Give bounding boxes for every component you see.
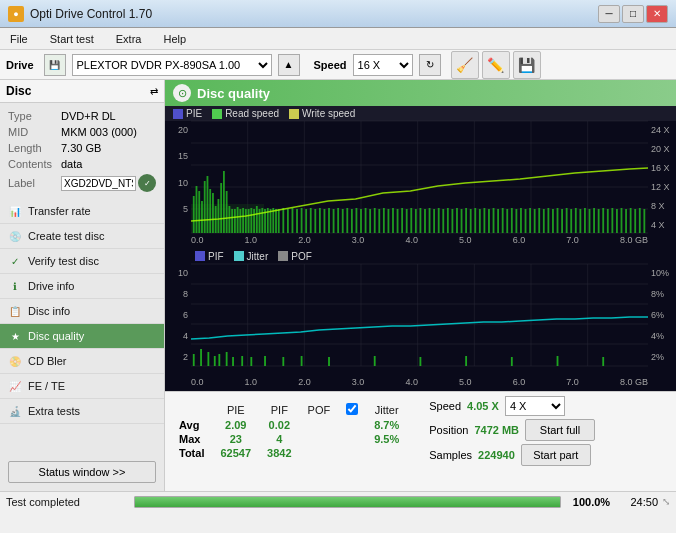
chart2-yr-4: 4% [648,331,676,341]
chart1-yr-24: 24 X [648,125,676,135]
disc-toggle-icon[interactable]: ⇄ [150,86,158,97]
svg-rect-112 [584,208,586,233]
chart1-legend: PIE Read speed Write speed [165,106,676,121]
chart2-x-3: 3.0 [352,377,365,387]
label-edit-button[interactable]: ✓ [138,174,156,192]
disc-quality-icon-header: ⊙ [173,84,191,102]
svg-rect-67 [378,209,380,233]
svg-rect-139 [193,354,195,366]
max-label: Max [171,432,212,446]
jitter-checkbox[interactable] [346,403,358,415]
erase-icon[interactable]: 🧹 [451,51,479,79]
chart1-x-7: 7.0 [566,235,579,245]
svg-rect-140 [200,349,202,366]
sidebar-item-transfer-rate[interactable]: 📊 Transfer rate [0,199,164,224]
stats-main-row: PIE PIF POF Jitter Avg 2.09 [171,396,670,466]
fe-te-icon: 📈 [8,379,22,393]
svg-rect-157 [602,357,604,366]
speed-select[interactable]: 16 X [353,54,413,76]
max-jitter: 9.5% [366,432,407,446]
transfer-rate-label: Transfer rate [28,205,91,217]
sidebar-item-fe-te[interactable]: 📈 FE / TE [0,374,164,399]
chart2-x-4: 4.0 [405,377,418,387]
speed-display-row: Speed 4.05 X 4 X 8 X 16 X [429,396,595,416]
menu-help[interactable]: Help [157,31,192,47]
svg-rect-59 [342,209,344,233]
chart1-y-5: 5 [165,204,191,214]
label-label: Label [8,173,59,193]
disc-info-panel: Type DVD+R DL MID MKM 003 (000) Length 7… [0,103,164,199]
chart1-x-axis: 0.0 1.0 2.0 3.0 4.0 5.0 6.0 7.0 8.0 GB [191,231,648,249]
avg-pof [300,418,339,432]
svg-rect-38 [259,209,261,233]
start-part-button[interactable]: Start part [521,444,591,466]
minimize-button[interactable]: ─ [598,5,620,23]
svg-rect-42 [270,209,272,233]
sidebar-item-disc-quality[interactable]: ★ Disc quality [0,324,164,349]
menu-extra[interactable]: Extra [110,31,148,47]
svg-rect-104 [547,208,549,233]
speed-label: Speed [429,400,461,412]
svg-rect-55 [324,209,326,233]
svg-rect-106 [557,208,559,233]
svg-rect-155 [511,357,513,366]
svg-rect-97 [515,209,517,233]
chart2-y-4: 4 [165,331,191,341]
total-jitter [366,446,407,460]
close-button[interactable]: ✕ [646,5,668,23]
sidebar-item-disc-info[interactable]: 📋 Disc info [0,299,164,324]
svg-rect-15 [196,186,198,233]
samples-row: Samples 224940 Start part [429,444,595,466]
svg-rect-68 [383,208,385,233]
sidebar-item-drive-info[interactable]: ℹ Drive info [0,274,164,299]
sidebar-item-extra-tests[interactable]: 🔬 Extra tests [0,399,164,424]
svg-rect-101 [534,209,536,233]
svg-rect-73 [406,209,408,233]
read-speed-legend-dot [212,109,222,119]
svg-rect-39 [261,208,263,233]
sidebar-item-create-test-disc[interactable]: 💿 Create test disc [0,224,164,249]
svg-rect-35 [250,208,252,233]
chart1-yr-8: 8 X [648,201,676,211]
start-full-button[interactable]: Start full [525,419,595,441]
svg-rect-108 [566,208,568,233]
svg-rect-118 [611,208,613,233]
menu-start-test[interactable]: Start test [44,31,100,47]
total-pof [300,446,339,460]
svg-rect-66 [374,208,376,233]
svg-rect-107 [561,209,563,233]
svg-rect-77 [424,209,426,233]
chart1-x-4: 4.0 [405,235,418,245]
save-icon[interactable]: 💾 [513,51,541,79]
chart1-x-8: 8.0 GB [620,235,648,245]
svg-rect-46 [282,208,284,233]
drive-select[interactable]: PLEXTOR DVDR PX-890SA 1.00 [72,54,272,76]
sidebar-item-verify-test-disc[interactable]: ✓ Verify test disc [0,249,164,274]
chart1-x-6: 6.0 [513,235,526,245]
max-pie: 23 [212,432,259,446]
svg-rect-70 [392,208,394,233]
maximize-button[interactable]: □ [622,5,644,23]
svg-rect-105 [552,209,554,233]
svg-rect-88 [474,208,476,233]
chart2-y-8: 8 [165,289,191,299]
svg-rect-149 [282,357,284,366]
stats-jitter-header: Jitter [366,402,407,418]
menu-file[interactable]: File [4,31,34,47]
svg-rect-82 [447,208,449,233]
write-icon[interactable]: ✏️ [482,51,510,79]
drive-refresh-button[interactable]: ▲ [278,54,300,76]
label-input[interactable] [61,176,136,191]
status-window-button[interactable]: Status window >> [8,461,156,483]
create-test-disc-label: Create test disc [28,230,104,242]
sidebar-item-cd-bler[interactable]: 📀 CD Bler [0,349,164,374]
status-bar: Test completed 100.0% 24:50 ⤡ [0,491,676,511]
speed-refresh-button[interactable]: ↻ [419,54,441,76]
extra-tests-icon: 🔬 [8,404,22,418]
svg-rect-32 [242,208,244,233]
speed-select-dropdown[interactable]: 4 X 8 X 16 X [505,396,565,416]
drive-info-icon: ℹ [8,279,22,293]
total-jitter-empty [338,446,366,460]
stats-pof-header: POF [300,402,339,418]
svg-rect-124 [639,208,641,233]
